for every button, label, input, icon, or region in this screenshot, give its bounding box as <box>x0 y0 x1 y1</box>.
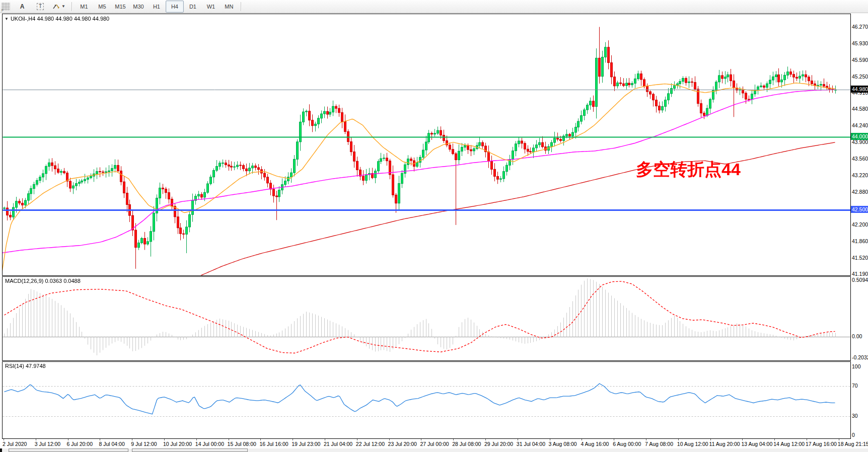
toolbar-separator <box>71 2 73 11</box>
time-tick-mark <box>132 439 132 440</box>
time-axis-label: 17 Aug 16:00 <box>806 441 837 447</box>
scrollbar-thumb[interactable] <box>9 448 128 452</box>
price-tick-label: 45.250 <box>852 73 868 80</box>
rsi-tick-label: 0 <box>852 432 855 438</box>
bottom-scrollbar[interactable] <box>0 448 868 452</box>
chart-title-text: UKOil-,H4 44.980 44.980 44.980 44.980 <box>11 16 109 22</box>
time-tick-mark <box>100 439 100 440</box>
font-a-icon: A <box>20 3 25 10</box>
macd-tick-label: 0.5094 <box>852 277 868 283</box>
time-axis-label: 3 Aug 08:00 <box>549 441 577 447</box>
text-t-icon: T <box>37 3 44 10</box>
time-axis-label: 21 Jul 04:00 <box>324 441 352 447</box>
text-label-button[interactable]: T <box>31 1 49 13</box>
time-tick-mark <box>646 439 646 440</box>
time-tick-mark <box>36 439 36 440</box>
price-tick-label: 44.580 <box>852 106 868 112</box>
price-tag: 44.000 <box>851 133 868 140</box>
main-chart-panel <box>2 14 851 276</box>
macd-panel <box>2 276 851 361</box>
dock-label: F <box>2 9 4 12</box>
time-axis-label: 28 Jul 08:00 <box>452 441 481 447</box>
time-axis-label: 3 Jul 12:00 <box>35 441 60 447</box>
time-tick-mark <box>421 439 421 440</box>
macd-tick-label: -0.2032 <box>852 354 868 360</box>
time-tick-mark <box>550 439 550 440</box>
collapse-arrow-icon[interactable]: ▼ <box>5 17 9 21</box>
time-tick-mark <box>582 439 582 440</box>
timeframe-d1-button[interactable]: D1 <box>184 1 202 13</box>
chart-title[interactable]: ▼ UKOil-,H4 44.980 44.980 44.980 44.980 <box>5 16 109 22</box>
time-tick-mark <box>774 439 775 440</box>
timeframe-m30-button[interactable]: M30 <box>129 1 148 13</box>
toolbar-separator <box>241 2 242 11</box>
price-tick-label: 41.860 <box>852 238 868 244</box>
rsi-tick-label: 100 <box>852 363 861 369</box>
time-axis-label: 19 Jul 23:00 <box>292 441 320 447</box>
indicator-button[interactable]: ▼ <box>49 1 69 13</box>
price-axis: 46.27045.93045.59045.25044.91044.58044.2… <box>852 14 868 276</box>
price-tag: 42.500 <box>851 206 868 213</box>
timeframe-m5-button[interactable]: M5 <box>93 1 111 13</box>
price-tag: 44.980 <box>851 86 868 93</box>
time-tick-mark <box>614 439 614 440</box>
time-tick-mark <box>839 439 839 440</box>
timeframe-m15-button[interactable]: M15 <box>111 1 129 13</box>
rsi-label: RSI(14) 47.9748 <box>5 363 46 369</box>
time-tick-mark <box>453 439 454 440</box>
time-axis-label: 10 Jul 20:00 <box>163 441 192 447</box>
price-tick-label: 44.240 <box>852 122 868 128</box>
time-tick-mark <box>4 439 4 440</box>
time-axis-label: 11 Aug 20:00 <box>709 441 740 447</box>
rsi-canvas[interactable] <box>3 362 850 438</box>
annotation-text[interactable]: 多空转折点44 <box>636 158 741 181</box>
time-axis-label: 15 Jul 08:00 <box>228 441 256 447</box>
rsi-tick-label: 30 <box>852 413 858 419</box>
time-tick-mark <box>164 439 165 440</box>
time-axis-label: 8 Jul 04:00 <box>99 441 124 447</box>
timeframe-mn-button[interactable]: MN <box>220 1 238 13</box>
price-tick-label: 46.270 <box>852 24 868 30</box>
chevron-down-icon: ▼ <box>61 4 65 9</box>
time-axis-label: 16 Jul 16:00 <box>259 441 288 447</box>
timeframe-w1-button[interactable]: W1 <box>202 1 220 13</box>
time-axis: 2 Jul 20203 Jul 12:006 Jul 20:008 Jul 04… <box>2 439 868 448</box>
time-axis-label: 31 Jul 04:00 <box>517 441 545 447</box>
time-tick-mark <box>357 439 357 440</box>
time-tick-mark <box>229 439 229 440</box>
time-axis-label: 10 Aug 12:00 <box>677 441 708 447</box>
price-tick-label: 45.590 <box>852 57 868 63</box>
time-tick-mark <box>196 439 197 440</box>
scrollbar-thumb[interactable] <box>132 448 248 452</box>
price-canvas[interactable] <box>3 14 850 275</box>
macd-tick-label: 0.00 <box>852 333 862 339</box>
terminal-window: F A T ▼ M1 M5 M15 M30 H1 H4 D1 W1 MN ▼ U… <box>0 0 868 452</box>
timeframe-h4-button[interactable]: H4 <box>166 1 184 13</box>
price-tick-label: 41.520 <box>852 255 868 261</box>
price-tick-label: 42.880 <box>852 189 868 195</box>
time-axis-label: 4 Aug 16:00 <box>581 441 609 447</box>
price-tick-label: 45.930 <box>852 40 868 46</box>
time-tick-mark <box>742 439 743 440</box>
timeframe-m1-button[interactable]: M1 <box>75 1 93 13</box>
font-button[interactable]: A <box>13 1 31 13</box>
time-axis-label: 14 Aug 12:00 <box>773 441 805 447</box>
time-axis-label: 6 Jul 20:00 <box>67 441 93 447</box>
price-tick-label: 43.560 <box>852 156 868 162</box>
time-tick-mark <box>260 439 261 440</box>
price-tick-label: 43.220 <box>852 172 868 178</box>
time-tick-mark <box>710 439 711 440</box>
time-axis-label: 7 Aug 08:00 <box>645 441 673 447</box>
macd-canvas[interactable] <box>3 277 850 360</box>
timeframe-h1-button[interactable]: H1 <box>148 1 166 13</box>
time-tick-mark <box>518 439 518 440</box>
macd-label: MACD(12,26,9) 0.0363 0.0488 <box>5 278 81 284</box>
time-tick-mark <box>485 439 486 440</box>
time-axis-label: 18 Aug 21:15 <box>838 441 868 447</box>
rsi-tick-label: 70 <box>852 383 858 389</box>
time-tick-mark <box>807 439 807 440</box>
toolbar-dock-handle-icon[interactable]: F <box>2 3 10 11</box>
macd-axis: 0.50940.00-0.2032 <box>852 276 868 361</box>
time-axis-label: 2 Jul 2020 <box>3 441 27 447</box>
time-tick-mark <box>678 439 679 440</box>
